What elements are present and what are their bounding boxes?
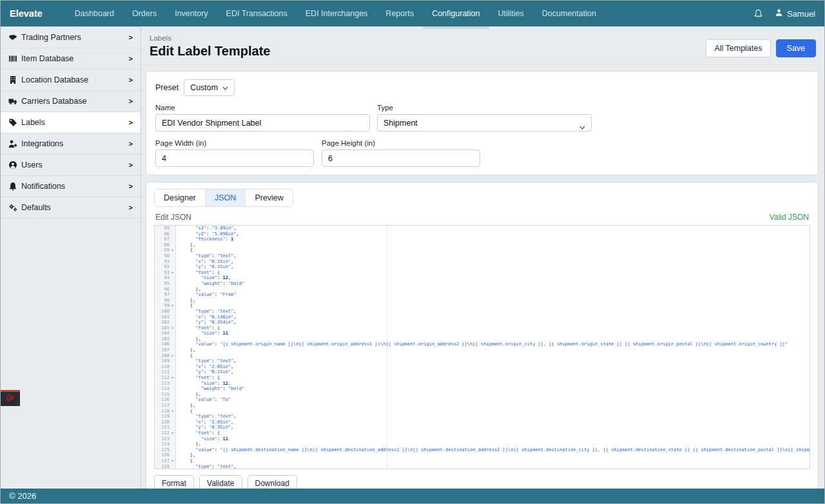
code-line-90[interactable]: 90 "type": "text", <box>155 253 810 259</box>
line-number[interactable]: 102 <box>155 320 176 325</box>
line-number[interactable]: 112▾ <box>155 375 176 381</box>
line-number[interactable]: 124 <box>155 441 176 447</box>
line-number[interactable]: 109 <box>155 358 176 364</box>
code-line-126[interactable]: 126 }, <box>155 452 810 458</box>
code-line-118[interactable]: 118▾ { <box>155 409 810 414</box>
line-number[interactable]: 92 <box>155 264 176 270</box>
nav-item-configuration[interactable]: Configuration <box>423 1 489 26</box>
line-number[interactable]: 108▾ <box>155 353 176 359</box>
line-number[interactable]: 125 <box>155 447 176 453</box>
line-number[interactable]: 117 <box>155 403 176 409</box>
code-line-86[interactable]: 86 "y2": "5.896in", <box>155 231 810 237</box>
line-number[interactable]: 98 <box>155 298 176 304</box>
code-line-120[interactable]: 120 "x": "2.05in", <box>155 420 810 425</box>
code-line-103[interactable]: 103▾ "font": { <box>155 325 810 331</box>
code-line-124[interactable]: 124 }, <box>155 441 810 447</box>
all-templates-button[interactable]: All Templates <box>706 39 770 57</box>
json-code-editor[interactable]: 85 "x2": "3.89in",86 "y2": "5.896in",87 … <box>154 225 810 469</box>
nav-item-reports[interactable]: Reports <box>376 1 423 26</box>
sidebar-item-defaults[interactable]: Defaults> <box>1 197 141 218</box>
code-line-115[interactable]: 115 }, <box>155 392 810 398</box>
code-line-119[interactable]: 119 "type": "text", <box>155 414 810 420</box>
code-line-105[interactable]: 105 }, <box>155 336 810 342</box>
sidebar-item-trading-partners[interactable]: Trading Partners> <box>1 27 141 48</box>
line-number[interactable]: 106 <box>155 342 176 347</box>
code-line-106[interactable]: 106 "value": "{{ shipment.origin_name }}… <box>155 342 810 347</box>
sidebar-item-integrations[interactable]: Integrations> <box>1 133 141 155</box>
line-number[interactable]: 119 <box>155 414 176 420</box>
nav-item-orders[interactable]: Orders <box>123 1 166 26</box>
sidebar-item-item-database[interactable]: Item Database> <box>1 48 141 70</box>
type-select[interactable] <box>377 114 592 131</box>
code-line-87[interactable]: 87 "thickness": 1 <box>155 237 810 242</box>
line-number[interactable]: 122▾ <box>155 431 176 436</box>
line-number[interactable]: 85 <box>155 226 176 231</box>
line-number[interactable]: 120 <box>155 420 176 425</box>
code-line-113[interactable]: 113 "size": 12, <box>155 381 810 387</box>
line-number[interactable]: 86 <box>155 231 176 237</box>
page-width-field[interactable] <box>155 150 314 167</box>
page-height-field[interactable] <box>322 150 480 167</box>
code-line-96[interactable]: 96 }, <box>155 287 810 293</box>
tab-json[interactable]: JSON <box>205 189 245 206</box>
code-line-101[interactable]: 101 "x": "0.146in", <box>155 315 810 320</box>
code-line-94[interactable]: 94 "size": 12, <box>155 275 810 281</box>
nav-item-inventory[interactable]: Inventory <box>166 1 217 26</box>
line-number[interactable]: 94 <box>155 275 176 281</box>
sidebar-item-users[interactable]: Users> <box>1 155 141 176</box>
line-number[interactable]: 88 <box>155 242 176 248</box>
sidebar-item-notifications[interactable]: Notifications> <box>1 176 141 197</box>
code-line-117[interactable]: 117 }, <box>155 403 810 409</box>
line-number[interactable]: 114 <box>155 386 176 392</box>
name-field[interactable] <box>155 114 370 131</box>
nav-item-edi-interchanges[interactable]: EDI Interchanges <box>296 1 377 26</box>
line-number[interactable]: 115 <box>155 392 176 398</box>
format-button[interactable]: Format <box>154 475 194 489</box>
code-line-102[interactable]: 102 "y": "0.354in", <box>155 320 810 325</box>
nav-item-utilities[interactable]: Utilities <box>489 1 533 26</box>
code-line-114[interactable]: 114 "weight": "bold" <box>155 386 810 392</box>
line-number[interactable]: 107 <box>155 347 176 353</box>
notifications-bell-icon[interactable] <box>753 9 763 19</box>
preset-select[interactable]: Custom <box>184 79 235 96</box>
tab-preview[interactable]: Preview <box>245 189 292 206</box>
code-line-111[interactable]: 111 "y": "0.15in", <box>155 369 810 375</box>
line-number[interactable]: 127▾ <box>155 458 176 464</box>
line-number[interactable]: 104 <box>155 331 176 336</box>
download-button[interactable]: Download <box>248 475 297 489</box>
code-line-121[interactable]: 121 "y": "0.35in", <box>155 425 810 431</box>
sidebar-item-location-database[interactable]: Location Database> <box>1 70 141 91</box>
line-number[interactable]: 99▾ <box>155 303 176 309</box>
code-line-109[interactable]: 109 "type": "text", <box>155 358 810 364</box>
debugbar-badge[interactable] <box>1 390 20 406</box>
nav-item-documentation[interactable]: Documentation <box>533 1 605 26</box>
code-line-108[interactable]: 108▾ { <box>155 353 810 359</box>
code-line-95[interactable]: 95 "weight": "bold" <box>155 281 810 287</box>
code-line-98[interactable]: 98 }, <box>155 298 810 304</box>
line-number[interactable]: 110 <box>155 364 176 370</box>
code-line-99[interactable]: 99▾ { <box>155 303 810 309</box>
code-line-100[interactable]: 100 "type": "text", <box>155 309 810 315</box>
line-number[interactable]: 93▾ <box>155 270 176 276</box>
line-number[interactable]: 101 <box>155 315 176 320</box>
code-line-92[interactable]: 92 "y": "0.15in", <box>155 264 810 270</box>
code-line-91[interactable]: 91 "x": "0.15in", <box>155 259 810 265</box>
line-number[interactable]: 87 <box>155 237 176 242</box>
tab-designer[interactable]: Designer <box>155 189 205 206</box>
code-line-123[interactable]: 123 "size": 11 <box>155 436 810 442</box>
code-line-116[interactable]: 116 "value": "To" <box>155 397 810 403</box>
line-number[interactable]: 91 <box>155 259 176 265</box>
code-line-85[interactable]: 85 "x2": "3.89in", <box>155 226 810 231</box>
nav-item-edi-transactions[interactable]: EDI Transactions <box>217 1 296 26</box>
save-button[interactable]: Save <box>776 39 817 57</box>
line-number[interactable]: 97 <box>155 292 176 298</box>
line-number[interactable]: 89▾ <box>155 247 176 253</box>
line-number[interactable]: 95 <box>155 281 176 287</box>
brand-logo[interactable]: Elevate <box>10 8 43 19</box>
user-menu[interactable]: Samuel <box>775 8 815 19</box>
code-line-112[interactable]: 112▾ "font": { <box>155 375 810 381</box>
code-line-125[interactable]: 125 "value": "{{ shipment.destination_na… <box>155 447 810 453</box>
sidebar-item-labels[interactable]: Labels> <box>1 112 141 133</box>
validate-button[interactable]: Validate <box>199 475 242 489</box>
line-number[interactable]: 121 <box>155 425 176 431</box>
